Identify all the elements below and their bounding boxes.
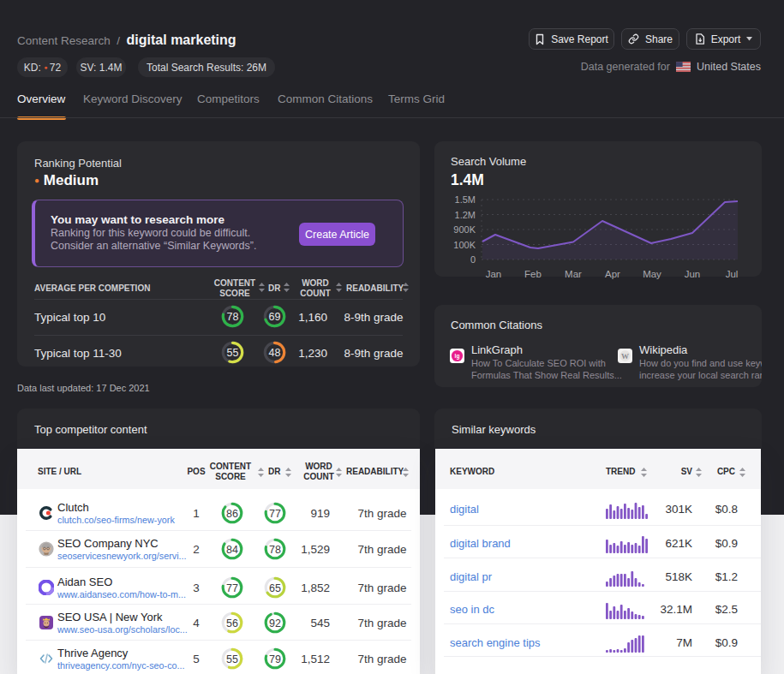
svg-text:W: W [621, 352, 629, 361]
svg-text:Jul: Jul [726, 269, 739, 279]
svg-text:1.5M: 1.5M [455, 194, 476, 205]
svg-text:100K: 100K [453, 240, 476, 250]
svg-text:65: 65 [269, 582, 281, 594]
svg-text:56: 56 [226, 617, 238, 629]
svg-text:77: 77 [269, 508, 281, 520]
svg-text:Mar: Mar [565, 269, 582, 279]
svg-text:900K: 900K [453, 224, 476, 235]
svg-text:Jan: Jan [486, 269, 502, 279]
svg-text:Apr: Apr [605, 269, 620, 279]
svg-text:78: 78 [227, 311, 239, 323]
svg-text:79: 79 [269, 653, 281, 665]
svg-text:Jun: Jun [685, 269, 701, 279]
svg-text:55: 55 [227, 347, 239, 359]
svg-text:78: 78 [269, 544, 281, 556]
svg-text:Feb: Feb [524, 269, 542, 279]
svg-text:77: 77 [226, 582, 238, 594]
svg-text:84: 84 [226, 544, 238, 556]
svg-text:55: 55 [226, 653, 238, 665]
svg-text:1.2M: 1.2M [455, 210, 476, 220]
svg-text:0: 0 [470, 254, 476, 265]
svg-text:92: 92 [269, 617, 281, 629]
svg-text:86: 86 [226, 508, 238, 520]
svg-text:May: May [643, 269, 661, 279]
svg-text:lg: lg [455, 353, 460, 360]
